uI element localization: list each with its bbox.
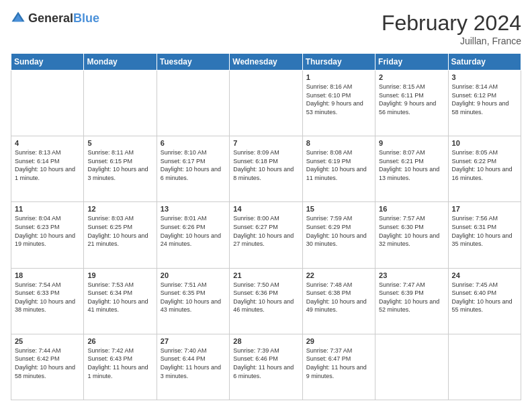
calendar-cell: 12Sunrise: 8:03 AM Sunset: 6:25 PM Dayli… xyxy=(84,202,157,268)
date-number: 17 xyxy=(452,205,517,213)
calendar-cell: 5Sunrise: 8:11 AM Sunset: 6:15 PM Daylig… xyxy=(84,136,157,202)
calendar-cell: 28Sunrise: 7:39 AM Sunset: 6:46 PM Dayli… xyxy=(230,334,302,400)
month-year: February 2024 xyxy=(382,11,521,36)
calendar-cell: 18Sunrise: 7:54 AM Sunset: 6:33 PM Dayli… xyxy=(11,268,84,334)
calendar-cell: 6Sunrise: 8:10 AM Sunset: 6:17 PM Daylig… xyxy=(157,136,229,202)
date-number: 7 xyxy=(233,139,298,147)
calendar-cell: 22Sunrise: 7:48 AM Sunset: 6:38 PM Dayli… xyxy=(302,268,375,334)
calendar-cell xyxy=(230,71,302,136)
cell-sun-info: Sunrise: 7:48 AM Sunset: 6:38 PM Dayligh… xyxy=(306,281,371,314)
date-number: 27 xyxy=(161,337,226,345)
calendar-cell: 8Sunrise: 8:08 AM Sunset: 6:19 PM Daylig… xyxy=(302,136,375,202)
calendar-week-2: 4Sunrise: 8:13 AM Sunset: 6:14 PM Daylig… xyxy=(11,136,521,202)
col-thursday: Thursday xyxy=(302,54,375,71)
calendar-cell xyxy=(11,71,84,136)
date-number: 16 xyxy=(379,205,444,213)
date-number: 8 xyxy=(306,139,371,147)
calendar-cell: 16Sunrise: 7:57 AM Sunset: 6:30 PM Dayli… xyxy=(375,202,448,268)
calendar-cell xyxy=(157,71,229,136)
date-number: 24 xyxy=(452,271,517,279)
cell-sun-info: Sunrise: 8:07 AM Sunset: 6:21 PM Dayligh… xyxy=(379,148,444,182)
date-number: 20 xyxy=(161,271,226,279)
calendar-week-1: 1Sunrise: 8:16 AM Sunset: 6:10 PM Daylig… xyxy=(11,71,521,136)
cell-sun-info: Sunrise: 7:54 AM Sunset: 6:33 PM Dayligh… xyxy=(15,281,80,314)
calendar-cell: 26Sunrise: 7:42 AM Sunset: 6:43 PM Dayli… xyxy=(84,334,157,400)
calendar: Sunday Monday Tuesday Wednesday Thursday… xyxy=(11,53,521,400)
cell-sun-info: Sunrise: 7:51 AM Sunset: 6:35 PM Dayligh… xyxy=(161,281,226,314)
cell-sun-info: Sunrise: 7:42 AM Sunset: 6:43 PM Dayligh… xyxy=(87,347,152,380)
date-number: 3 xyxy=(452,73,517,81)
logo: GeneralBlue xyxy=(11,11,99,26)
cell-sun-info: Sunrise: 8:14 AM Sunset: 6:12 PM Dayligh… xyxy=(452,83,517,116)
calendar-cell xyxy=(375,334,448,400)
cell-sun-info: Sunrise: 7:39 AM Sunset: 6:46 PM Dayligh… xyxy=(233,347,298,380)
col-monday: Monday xyxy=(84,54,157,71)
date-number: 6 xyxy=(161,139,226,147)
cell-sun-info: Sunrise: 7:45 AM Sunset: 6:40 PM Dayligh… xyxy=(452,281,517,314)
cell-sun-info: Sunrise: 8:05 AM Sunset: 6:22 PM Dayligh… xyxy=(452,148,517,182)
cell-sun-info: Sunrise: 8:00 AM Sunset: 6:27 PM Dayligh… xyxy=(233,214,298,248)
date-number: 4 xyxy=(15,139,80,147)
logo-general: General xyxy=(28,11,73,25)
date-number: 28 xyxy=(233,337,298,345)
cell-sun-info: Sunrise: 8:10 AM Sunset: 6:17 PM Dayligh… xyxy=(161,148,226,182)
date-number: 12 xyxy=(87,205,152,213)
cell-sun-info: Sunrise: 8:09 AM Sunset: 6:18 PM Dayligh… xyxy=(233,148,298,182)
calendar-cell: 3Sunrise: 8:14 AM Sunset: 6:12 PM Daylig… xyxy=(448,71,521,136)
date-number: 19 xyxy=(87,271,152,279)
calendar-cell xyxy=(84,71,157,136)
date-number: 13 xyxy=(161,205,226,213)
calendar-cell: 14Sunrise: 8:00 AM Sunset: 6:27 PM Dayli… xyxy=(230,202,302,268)
cell-sun-info: Sunrise: 8:08 AM Sunset: 6:19 PM Dayligh… xyxy=(306,148,371,182)
calendar-cell: 29Sunrise: 7:37 AM Sunset: 6:47 PM Dayli… xyxy=(302,334,375,400)
cell-sun-info: Sunrise: 7:56 AM Sunset: 6:31 PM Dayligh… xyxy=(452,214,517,248)
cell-sun-info: Sunrise: 8:13 AM Sunset: 6:14 PM Dayligh… xyxy=(15,148,80,182)
calendar-cell: 25Sunrise: 7:44 AM Sunset: 6:42 PM Dayli… xyxy=(11,334,84,400)
col-friday: Friday xyxy=(375,54,448,71)
page: GeneralBlue February 2024 Juillan, Franc… xyxy=(0,0,532,411)
date-number: 2 xyxy=(379,73,444,81)
date-number: 11 xyxy=(15,205,80,213)
cell-sun-info: Sunrise: 7:59 AM Sunset: 6:29 PM Dayligh… xyxy=(306,214,371,248)
date-number: 1 xyxy=(306,73,371,81)
cell-sun-info: Sunrise: 8:16 AM Sunset: 6:10 PM Dayligh… xyxy=(306,83,371,116)
calendar-header-row: Sunday Monday Tuesday Wednesday Thursday… xyxy=(11,54,521,71)
date-number: 22 xyxy=(306,271,371,279)
calendar-cell: 17Sunrise: 7:56 AM Sunset: 6:31 PM Dayli… xyxy=(448,202,521,268)
cell-sun-info: Sunrise: 8:03 AM Sunset: 6:25 PM Dayligh… xyxy=(87,214,152,248)
cell-sun-info: Sunrise: 7:53 AM Sunset: 6:34 PM Dayligh… xyxy=(87,281,152,314)
cell-sun-info: Sunrise: 8:04 AM Sunset: 6:23 PM Dayligh… xyxy=(15,214,80,248)
cell-sun-info: Sunrise: 8:01 AM Sunset: 6:26 PM Dayligh… xyxy=(161,214,226,248)
calendar-cell: 15Sunrise: 7:59 AM Sunset: 6:29 PM Dayli… xyxy=(302,202,375,268)
cell-sun-info: Sunrise: 7:37 AM Sunset: 6:47 PM Dayligh… xyxy=(306,347,371,380)
logo-icon xyxy=(11,11,26,26)
cell-sun-info: Sunrise: 8:15 AM Sunset: 6:11 PM Dayligh… xyxy=(379,83,444,116)
calendar-week-5: 25Sunrise: 7:44 AM Sunset: 6:42 PM Dayli… xyxy=(11,334,521,400)
date-number: 18 xyxy=(15,271,80,279)
date-number: 26 xyxy=(87,337,152,345)
col-saturday: Saturday xyxy=(448,54,521,71)
calendar-cell: 7Sunrise: 8:09 AM Sunset: 6:18 PM Daylig… xyxy=(230,136,302,202)
calendar-cell: 10Sunrise: 8:05 AM Sunset: 6:22 PM Dayli… xyxy=(448,136,521,202)
calendar-cell: 23Sunrise: 7:47 AM Sunset: 6:39 PM Dayli… xyxy=(375,268,448,334)
date-number: 14 xyxy=(233,205,298,213)
cell-sun-info: Sunrise: 7:47 AM Sunset: 6:39 PM Dayligh… xyxy=(379,281,444,314)
cell-sun-info: Sunrise: 7:57 AM Sunset: 6:30 PM Dayligh… xyxy=(379,214,444,248)
calendar-cell: 24Sunrise: 7:45 AM Sunset: 6:40 PM Dayli… xyxy=(448,268,521,334)
date-number: 10 xyxy=(452,139,517,147)
calendar-cell: 21Sunrise: 7:50 AM Sunset: 6:36 PM Dayli… xyxy=(230,268,302,334)
date-number: 5 xyxy=(87,139,152,147)
date-number: 25 xyxy=(15,337,80,345)
cell-sun-info: Sunrise: 7:40 AM Sunset: 6:44 PM Dayligh… xyxy=(161,347,226,380)
date-number: 23 xyxy=(379,271,444,279)
calendar-cell: 1Sunrise: 8:16 AM Sunset: 6:10 PM Daylig… xyxy=(302,71,375,136)
logo-blue: Blue xyxy=(73,11,99,25)
calendar-cell: 2Sunrise: 8:15 AM Sunset: 6:11 PM Daylig… xyxy=(375,71,448,136)
col-tuesday: Tuesday xyxy=(157,54,229,71)
date-number: 29 xyxy=(306,337,371,345)
calendar-cell: 11Sunrise: 8:04 AM Sunset: 6:23 PM Dayli… xyxy=(11,202,84,268)
date-number: 21 xyxy=(233,271,298,279)
col-wednesday: Wednesday xyxy=(230,54,302,71)
calendar-week-4: 18Sunrise: 7:54 AM Sunset: 6:33 PM Dayli… xyxy=(11,268,521,334)
calendar-cell: 27Sunrise: 7:40 AM Sunset: 6:44 PM Dayli… xyxy=(157,334,229,400)
